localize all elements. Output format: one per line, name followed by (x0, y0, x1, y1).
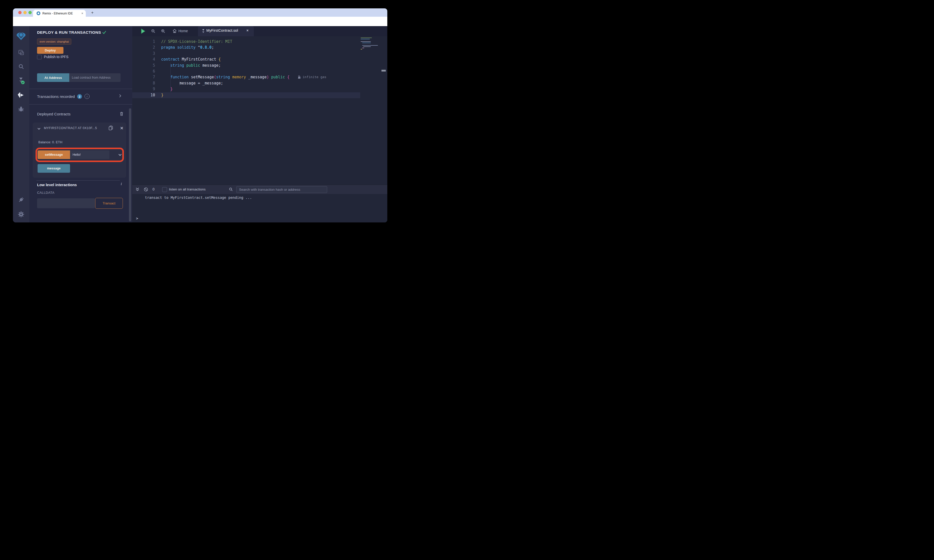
evm-version-badge: evm version: shanghai (37, 38, 71, 45)
at-address-input[interactable] (69, 73, 120, 82)
zoom-in-icon[interactable] (161, 29, 165, 34)
code-line-10[interactable]: 10} (132, 92, 360, 98)
solidity-file-icon (202, 29, 205, 34)
run-script-play-icon[interactable] (140, 28, 146, 34)
low-level-info-icon[interactable]: i (121, 182, 122, 186)
pending-tx-count: 0 (153, 187, 154, 191)
browser-tab[interactable]: Remix - Ethereum IDE × (33, 10, 86, 17)
tab-home-label[interactable]: Home (179, 29, 188, 33)
minimize-window-button[interactable] (23, 11, 27, 14)
collapse-terminal-icon[interactable] (136, 188, 139, 191)
publish-to-ipfs-checkbox[interactable] (37, 55, 42, 59)
tab-title: Remix - Ethereum IDE (42, 12, 73, 15)
transact-button[interactable]: Transact (95, 198, 123, 209)
transactions-info-icon[interactable]: i (85, 94, 89, 99)
deployed-contract-card: MYFIRSTCONTRACT AT 0X10F...5 ✕ Balance: … (33, 123, 126, 178)
set-message-button[interactable]: setMessage (37, 151, 70, 159)
remove-contract-icon[interactable]: ✕ (120, 126, 123, 131)
panel-title: DEPLOY & RUN TRANSACTIONS (37, 30, 101, 35)
zoom-out-icon[interactable] (151, 29, 156, 34)
calldata-label: CALLDATA (37, 191, 54, 195)
code-line-2[interactable]: 2pragma solidity ^0.8.0; (132, 45, 360, 51)
indent-guide (179, 80, 180, 86)
divider (36, 180, 120, 181)
gas-estimate-widget: infinite gas (298, 75, 327, 79)
gas-pump-icon (298, 75, 301, 79)
browser-window: Remix - Ethereum IDE × + remix.ethereum.… (13, 8, 387, 222)
compile-check-icon (102, 31, 106, 34)
screen: { "browser": { "tab_title": "Remix - Eth… (0, 0, 398, 238)
divider (29, 89, 132, 89)
remix-logo-icon[interactable] (13, 32, 29, 40)
search-icon[interactable] (13, 63, 29, 70)
deploy-and-run-icon[interactable] (13, 92, 29, 98)
code-line-8[interactable]: 8 message = _message; (132, 80, 360, 86)
clear-console-icon[interactable] (144, 187, 148, 192)
set-message-input[interactable] (70, 151, 109, 159)
code-line-1[interactable]: 1// SPDX-License-Identifier: MIT (132, 39, 360, 45)
code-line-6[interactable]: 6 (132, 68, 360, 74)
contract-collapse-chevron-icon[interactable] (37, 128, 41, 130)
solidity-compiler-icon[interactable] (13, 77, 29, 85)
terminal-toolbar: 0 listen on all transactions (132, 185, 387, 194)
browser-tab-strip: Remix - Ethereum IDE × + (13, 8, 387, 17)
minimap[interactable] (360, 37, 381, 55)
file-tab-label[interactable]: MyFirstContract.sol (207, 28, 238, 32)
calldata-input[interactable] (37, 198, 95, 208)
file-tab-close-icon[interactable]: × (247, 28, 248, 32)
tab-close-icon[interactable]: × (81, 11, 83, 15)
indent-guide (170, 63, 171, 92)
code-line-3[interactable]: 3 (132, 51, 360, 57)
overview-ruler-marker (381, 70, 386, 72)
plugin-manager-icon[interactable] (13, 197, 29, 203)
close-window-button[interactable] (18, 11, 22, 14)
code-line-5[interactable]: 5 string public message; (132, 63, 360, 68)
code-line-4[interactable]: 4contract MyFirstContract { (132, 57, 360, 62)
editor-tab-bar: Home MyFirstContract.sol × (132, 26, 387, 36)
listen-transactions-checkbox[interactable] (162, 187, 167, 192)
zoom-window-button[interactable] (28, 11, 32, 14)
divider (29, 104, 132, 105)
remix-app: DEPLOY & RUN TRANSACTIONS evm version: s… (13, 26, 387, 222)
deployed-contracts-label: Deployed Contracts (37, 112, 71, 116)
publish-to-ipfs-label: Publish to IPFS (44, 55, 69, 59)
code-line-9[interactable]: 9 } (132, 86, 360, 92)
contract-balance: Balance: 0. ETH (39, 140, 62, 144)
deploy-button[interactable]: Deploy (37, 47, 63, 54)
low-level-interactions-label: Low level interactions (37, 183, 77, 187)
code-editor[interactable]: 1// SPDX-License-Identifier: MIT2pragma … (132, 36, 387, 185)
contract-header[interactable]: MYFIRSTCONTRACT AT 0X10F...5 (44, 126, 101, 130)
terminal-prompt[interactable]: > (136, 216, 138, 220)
debugger-icon[interactable] (13, 106, 29, 112)
new-tab-button[interactable]: + (89, 9, 96, 16)
icon-panel (13, 26, 29, 222)
terminal-search-input[interactable] (236, 186, 327, 193)
deploy-run-panel: DEPLOY & RUN TRANSACTIONS evm version: s… (29, 26, 132, 222)
home-icon[interactable] (172, 29, 177, 33)
file-explorer-icon[interactable] (13, 49, 29, 56)
listen-transactions-label: listen on all transactions (169, 188, 206, 191)
browser-toolbar: remix.ethereum.org/#lang=en&optimize=fal… (13, 17, 387, 26)
expand-args-chevron-icon[interactable] (118, 154, 122, 156)
code-lines: 1// SPDX-License-Identifier: MIT2pragma … (132, 39, 360, 98)
trash-icon[interactable] (120, 112, 123, 116)
tab-myfirstcontract[interactable]: MyFirstContract.sol × (198, 26, 254, 36)
copy-address-icon[interactable] (108, 125, 113, 131)
settings-gear-icon[interactable] (13, 211, 29, 218)
transactions-expand-chevron-icon[interactable] (119, 94, 121, 98)
terminal-log-line: transact to MyFirstContract.setMessage p… (145, 195, 252, 200)
main-area: Home MyFirstContract.sol × 1// SPDX-Lice… (132, 26, 387, 222)
at-address-button[interactable]: At Address (37, 73, 69, 82)
message-button[interactable]: message (37, 164, 70, 173)
transactions-recorded-label: Transactions recorded (37, 94, 75, 98)
panel-scrollbar[interactable] (129, 108, 131, 222)
transactions-count-badge: 2 (77, 94, 82, 99)
terminal[interactable]: transact to MyFirstContract.setMessage p… (132, 194, 387, 222)
terminal-search-icon (229, 187, 233, 191)
remix-favicon-icon (37, 11, 40, 15)
